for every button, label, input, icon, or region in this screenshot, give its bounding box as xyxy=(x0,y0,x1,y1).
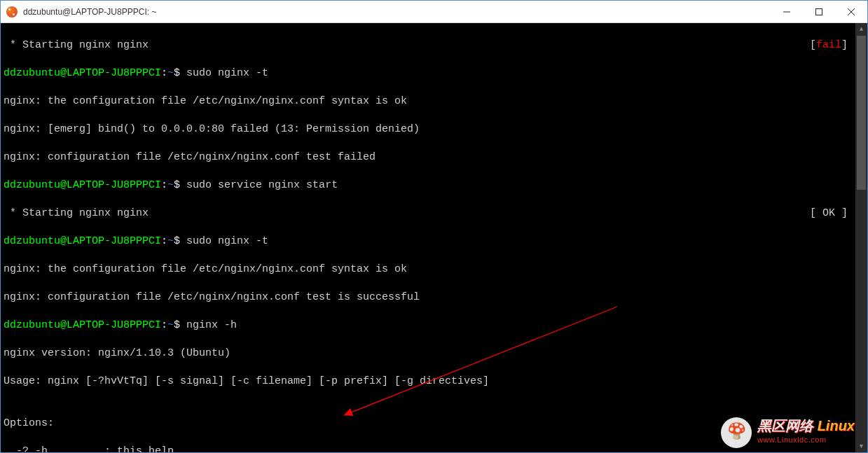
prompt-line: ddzubuntu@LAPTOP-JU8PPPCI:~$ sudo nginx … xyxy=(4,67,268,81)
watermark-url: www.Linuxidc.com xyxy=(757,433,855,447)
maximize-button[interactable] xyxy=(803,1,835,23)
ubuntu-icon xyxy=(6,6,18,18)
terminal-window: ddzubuntu@LAPTOP-JU8PPPCI: ~ * Starting … xyxy=(0,0,868,453)
vertical-scrollbar[interactable]: ▲ ▼ xyxy=(855,23,867,452)
scroll-down-icon[interactable]: ▼ xyxy=(855,440,867,452)
output-line: * Starting nginx nginx xyxy=(4,39,149,53)
prompt-line: ddzubuntu@LAPTOP-JU8PPPCI:~$ sudo nginx … xyxy=(4,235,268,249)
output-line: nginx: the configuration file /etc/nginx… xyxy=(4,95,864,109)
prompt-line: ddzubuntu@LAPTOP-JU8PPPCI:~$ sudo servic… xyxy=(4,179,338,193)
scrollbar-thumb[interactable] xyxy=(857,36,866,190)
maximize-icon xyxy=(815,8,822,15)
window-title: ddzubuntu@LAPTOP-JU8PPPCI: ~ xyxy=(23,7,771,17)
terminal-body[interactable]: * Starting nginx nginx[fail] ddzubuntu@L… xyxy=(1,23,867,452)
output-line: nginx: the configuration file /etc/nginx… xyxy=(4,263,864,277)
scroll-up-icon[interactable]: ▲ xyxy=(855,23,867,35)
window-controls xyxy=(771,1,867,22)
close-icon xyxy=(848,8,855,15)
titlebar[interactable]: ddzubuntu@LAPTOP-JU8PPPCI: ~ xyxy=(1,1,867,23)
minimize-icon xyxy=(783,8,790,15)
svg-rect-1 xyxy=(816,9,822,15)
watermark-brand: 黑区网络 Linux xyxy=(757,419,855,433)
output-line: nginx: [emerg] bind() to 0.0.0.0:80 fail… xyxy=(4,123,864,137)
minimize-button[interactable] xyxy=(771,1,803,23)
watermark: 🍄 黑区网络 Linux www.Linuxidc.com xyxy=(721,417,855,448)
close-button[interactable] xyxy=(835,1,867,23)
mushroom-icon: 🍄 xyxy=(721,417,752,448)
output-line: nginx: configuration file /etc/nginx/ngi… xyxy=(4,151,864,165)
output-line: nginx: configuration file /etc/nginx/ngi… xyxy=(4,291,864,305)
prompt-line: ddzubuntu@LAPTOP-JU8PPPCI:~$ nginx -h xyxy=(4,319,237,333)
output-line: Usage: nginx [-?hvVtTq] [-s signal] [-c … xyxy=(4,375,864,389)
output-line: * Starting nginx nginx xyxy=(4,207,149,221)
output-line: nginx version: nginx/1.10.3 (Ubuntu) xyxy=(4,347,864,361)
